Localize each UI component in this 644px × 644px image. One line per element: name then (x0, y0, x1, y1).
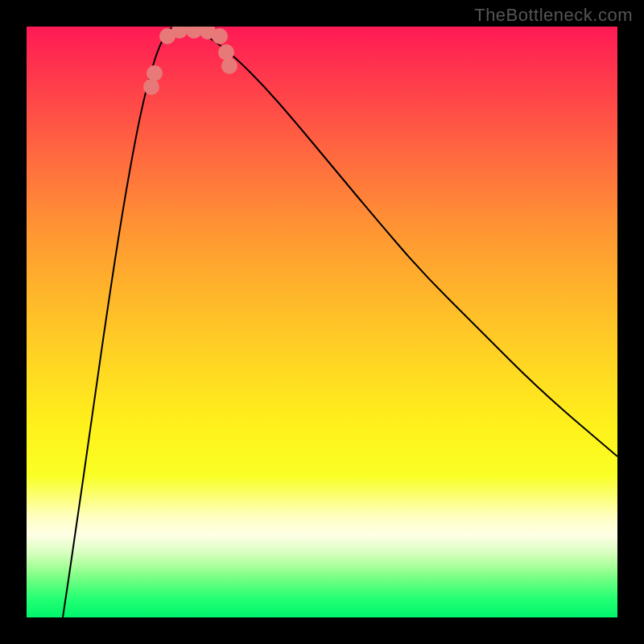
plot-area (27, 27, 617, 617)
watermark-text: TheBottleneck.com (474, 5, 633, 26)
highlight-dot (143, 79, 159, 95)
chart-frame: TheBottleneck.com (0, 0, 644, 644)
markers-layer (27, 27, 617, 617)
highlight-dot (186, 27, 202, 39)
highlight-dot (218, 44, 234, 60)
highlight-dot (147, 65, 163, 81)
highlight-dot (221, 58, 237, 74)
highlight-dot (212, 28, 228, 44)
